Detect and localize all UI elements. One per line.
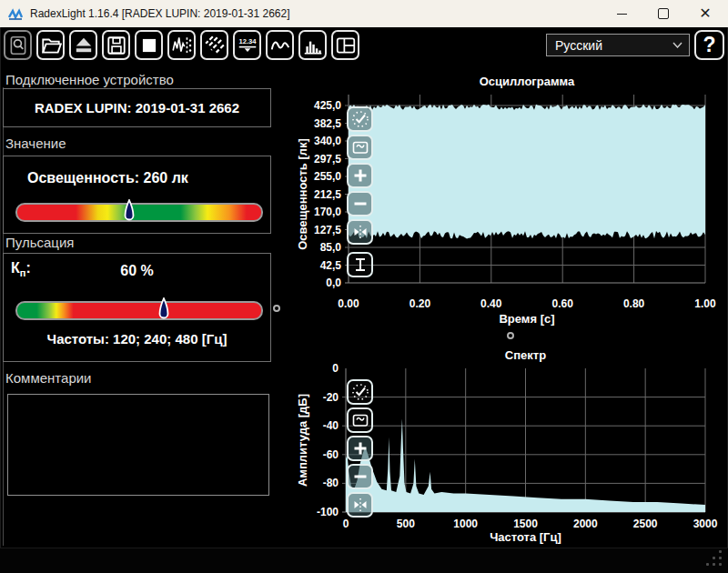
svg-text:0.80: 0.80 <box>623 297 645 310</box>
svg-text:1.00: 1.00 <box>694 297 716 310</box>
svg-text:0.60: 0.60 <box>552 297 574 310</box>
svg-text:0: 0 <box>343 518 349 530</box>
svg-text:425,0: 425,0 <box>314 99 341 112</box>
svg-text:0,0: 0,0 <box>326 276 341 289</box>
save-button[interactable] <box>102 30 130 60</box>
svg-text:500: 500 <box>397 518 415 530</box>
waveform-icon <box>269 35 291 56</box>
splitter-grip-vertical[interactable] <box>273 305 280 312</box>
osc-fit-horizontal-button[interactable] <box>347 219 373 245</box>
plus-icon <box>351 439 369 457</box>
ibeam-icon <box>351 256 369 274</box>
numeric-display-icon: 12.34 <box>237 35 258 56</box>
svg-text:3000: 3000 <box>693 518 718 530</box>
comments-input[interactable] <box>7 394 269 496</box>
close-button[interactable]: ✕ <box>684 0 726 27</box>
svg-text:297,5: 297,5 <box>314 153 341 166</box>
app-window: RadexLight 1.16.4 [RADEX LUPIN: 2019-01-… <box>0 0 728 573</box>
maximize-icon <box>658 8 669 19</box>
floppy-icon <box>106 35 127 56</box>
maximize-button[interactable] <box>642 0 684 27</box>
spectrum-view-button[interactable] <box>298 30 327 60</box>
pulsation-scale <box>15 301 263 320</box>
eject-icon <box>73 35 95 56</box>
close-icon: ✕ <box>699 6 711 21</box>
svg-text:Частота [Гц]: Частота [Гц] <box>490 530 561 544</box>
language-value: Русский <box>555 38 602 53</box>
comments-section-header: Комментарии <box>5 370 91 386</box>
pulsation-box: Кп: 60 % Частоты: 120; 240; 480 [Гц] <box>3 253 271 362</box>
osc-zoom-out-button[interactable] <box>347 191 373 216</box>
svg-text:340,0: 340,0 <box>314 135 341 147</box>
pulsation-frequencies: Частоты: 120; 240; 480 [Гц] <box>4 331 270 347</box>
svg-text:-80: -80 <box>323 477 339 489</box>
device-name: RADEX LUPIN: 2019-01-31 2662 <box>4 100 270 116</box>
illuminance-scale <box>15 203 263 222</box>
value-box: Освещенность: 260 лк <box>3 156 271 234</box>
svg-text:127,5: 127,5 <box>314 224 341 236</box>
magnifier-icon <box>7 35 29 56</box>
eject-button[interactable] <box>69 30 97 60</box>
clock-check-icon <box>351 110 369 128</box>
titlebar: RadexLight 1.16.4 [RADEX LUPIN: 2019-01-… <box>0 0 728 27</box>
svg-text:0.20: 0.20 <box>410 297 431 310</box>
stop-button[interactable] <box>135 30 163 60</box>
open-folder-icon <box>40 35 62 56</box>
spec-zoom-in-button[interactable] <box>347 436 373 461</box>
layout-button[interactable] <box>331 30 359 60</box>
stop-square-icon <box>138 35 160 56</box>
illuminance-reading: Освещенность: 260 лк <box>27 170 188 186</box>
minimize-icon <box>617 14 627 15</box>
svg-text:42,5: 42,5 <box>320 259 342 272</box>
spec-zoom-out-button[interactable] <box>347 464 373 489</box>
waveform-markers-icon <box>171 35 193 56</box>
svg-text:382,5: 382,5 <box>314 117 341 130</box>
illuminance-marker <box>124 199 135 227</box>
kp-value: 60 % <box>4 263 270 279</box>
help-button[interactable]: ? <box>694 30 724 60</box>
panel-layout-icon <box>335 35 357 56</box>
bar-chart-icon <box>302 35 324 56</box>
plus-icon <box>351 166 369 185</box>
minus-icon <box>351 195 369 213</box>
osc-autoscale-button[interactable] <box>347 106 373 132</box>
svg-text:12.34: 12.34 <box>238 36 257 45</box>
svg-text:Освещенность [лк]: Освещенность [лк] <box>296 138 309 250</box>
open-file-button[interactable] <box>36 30 65 60</box>
svg-text:212,5: 212,5 <box>314 188 341 201</box>
clock-check-icon <box>351 383 369 401</box>
chevron-down-icon <box>672 42 682 48</box>
svg-text:0: 0 <box>332 362 339 375</box>
frame-wave-icon <box>351 138 369 156</box>
oscillogram-view-button[interactable] <box>266 30 294 60</box>
fit-horizontal-icon <box>351 223 369 241</box>
svg-text:0.00: 0.00 <box>338 297 359 310</box>
rays-mode-button[interactable] <box>200 30 228 60</box>
status-bar <box>0 548 728 573</box>
spec-fit-button[interactable] <box>347 407 373 433</box>
minimize-button[interactable] <box>601 0 642 27</box>
fit-horizontal-icon <box>351 496 369 514</box>
language-select[interactable]: Русский <box>546 34 690 56</box>
app-icon <box>8 7 24 21</box>
numeric-display-button[interactable]: 12.34 <box>233 30 261 60</box>
chart-title: Спектр <box>505 348 546 362</box>
minus-icon <box>351 467 369 486</box>
osc-zoom-in-button[interactable] <box>347 163 373 188</box>
device-section-header: Подключенное устройство <box>5 72 174 87</box>
svg-text:-40: -40 <box>323 419 339 432</box>
spec-fit-horizontal-button[interactable] <box>347 492 373 518</box>
svg-text:-100: -100 <box>317 506 339 518</box>
markers-mode-button[interactable] <box>167 30 196 60</box>
svg-text:255,0: 255,0 <box>314 170 341 183</box>
spec-autoscale-button[interactable] <box>347 379 373 405</box>
svg-text:-20: -20 <box>323 391 339 404</box>
svg-text:2500: 2500 <box>633 518 658 530</box>
svg-text:Время [с]: Время [с] <box>499 312 554 326</box>
pulsation-section-header: Пульсация <box>5 235 74 250</box>
search-device-button[interactable] <box>4 30 32 60</box>
osc-fit-button[interactable] <box>347 135 373 160</box>
osc-cursor-button[interactable] <box>347 252 373 277</box>
resize-grip[interactable] <box>706 550 724 568</box>
pulsation-marker <box>158 297 169 326</box>
